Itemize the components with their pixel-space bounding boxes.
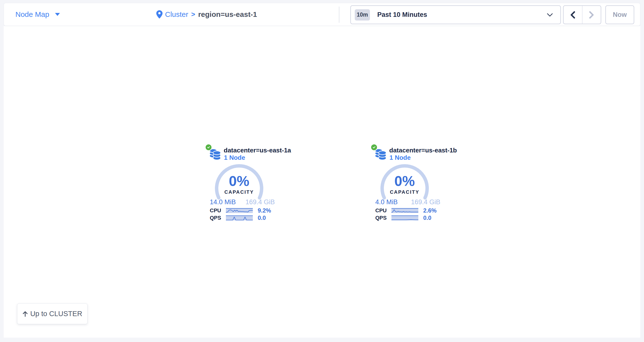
qps-value: 0.0 xyxy=(258,215,266,221)
view-selector-label: Node Map xyxy=(16,10,49,18)
cpu-label: CPU xyxy=(375,207,386,214)
cpu-metric-row: CPU 9.2% xyxy=(210,208,276,213)
breadcrumb: Cluster > region=us-east-1 xyxy=(156,3,257,26)
datacenter-title: datacenter=us-east-1b xyxy=(389,147,457,154)
node-map-canvas: datacenter=us-east-1a 1 Node 0% CAPACITY… xyxy=(4,26,640,338)
cpu-label: CPU xyxy=(210,207,221,214)
breadcrumb-cluster-link[interactable]: Cluster xyxy=(165,10,188,18)
capacity-label: CAPACITY xyxy=(212,189,266,195)
cpu-value: 2.6% xyxy=(423,207,437,214)
datacenter-card[interactable]: datacenter=us-east-1b 1 Node 0% CAPACITY… xyxy=(371,142,444,225)
chevron-right-icon xyxy=(588,11,594,19)
chevron-down-icon xyxy=(547,13,553,17)
arrow-up-icon xyxy=(22,311,28,317)
capacity-total: 169.4 GiB xyxy=(246,198,275,206)
time-range-badge: 10m xyxy=(355,9,370,20)
capacity-total: 169.4 GiB xyxy=(411,198,440,206)
capacity-used: 4.0 MiB xyxy=(375,198,398,206)
view-selector-dropdown[interactable]: Node Map xyxy=(16,3,60,26)
breadcrumb-current: region=us-east-1 xyxy=(198,10,257,18)
datacenter-card[interactable]: datacenter=us-east-1a 1 Node 0% CAPACITY… xyxy=(206,142,279,225)
caret-down-icon xyxy=(55,13,60,16)
breadcrumb-separator: > xyxy=(191,10,195,18)
up-to-cluster-label: Up to CLUSTER xyxy=(30,310,82,318)
qps-label: QPS xyxy=(375,215,386,221)
time-next-button[interactable] xyxy=(582,6,601,24)
capacity-label: CAPACITY xyxy=(378,189,432,195)
capacity-percent: 0% xyxy=(378,173,432,189)
cpu-metric-row: CPU 2.6% xyxy=(375,208,441,213)
status-healthy-icon xyxy=(370,144,378,151)
qps-metric-row: QPS 0.0 xyxy=(210,215,276,221)
qps-sparkline xyxy=(392,215,418,220)
status-healthy-icon xyxy=(205,144,212,151)
capacity-totals: 14.0 MiB 169.4 GiB xyxy=(210,198,275,206)
qps-value: 0.0 xyxy=(423,215,431,221)
node-map-page: Node Map Cluster > region=us-east-1 10m … xyxy=(0,0,644,342)
header-divider xyxy=(339,6,339,23)
datacenter-title: datacenter=us-east-1a xyxy=(224,147,291,154)
cpu-value: 9.2% xyxy=(258,207,271,214)
time-prev-button[interactable] xyxy=(564,6,582,24)
qps-metric-row: QPS 0.0 xyxy=(375,215,441,221)
qps-sparkline xyxy=(226,215,253,220)
time-nav-arrows xyxy=(563,5,601,24)
cpu-sparkline xyxy=(392,208,418,213)
header-bar: Node Map Cluster > region=us-east-1 10m … xyxy=(4,3,640,26)
up-to-cluster-button[interactable]: Up to CLUSTER xyxy=(17,303,88,324)
capacity-percent: 0% xyxy=(212,173,266,189)
time-range-picker[interactable]: 10m Past 10 Minutes xyxy=(350,5,561,24)
datacenter-node-count: 1 Node xyxy=(224,154,245,161)
qps-label: QPS xyxy=(210,215,221,221)
location-pin-icon xyxy=(156,10,162,18)
now-button[interactable]: Now xyxy=(605,5,634,24)
capacity-used: 14.0 MiB xyxy=(210,198,236,206)
chevron-left-icon xyxy=(570,11,576,19)
datacenter-node-count: 1 Node xyxy=(390,154,411,161)
cpu-sparkline xyxy=(226,208,253,213)
capacity-totals: 4.0 MiB 169.4 GiB xyxy=(375,198,440,206)
time-range-label: Past 10 Minutes xyxy=(377,11,427,18)
